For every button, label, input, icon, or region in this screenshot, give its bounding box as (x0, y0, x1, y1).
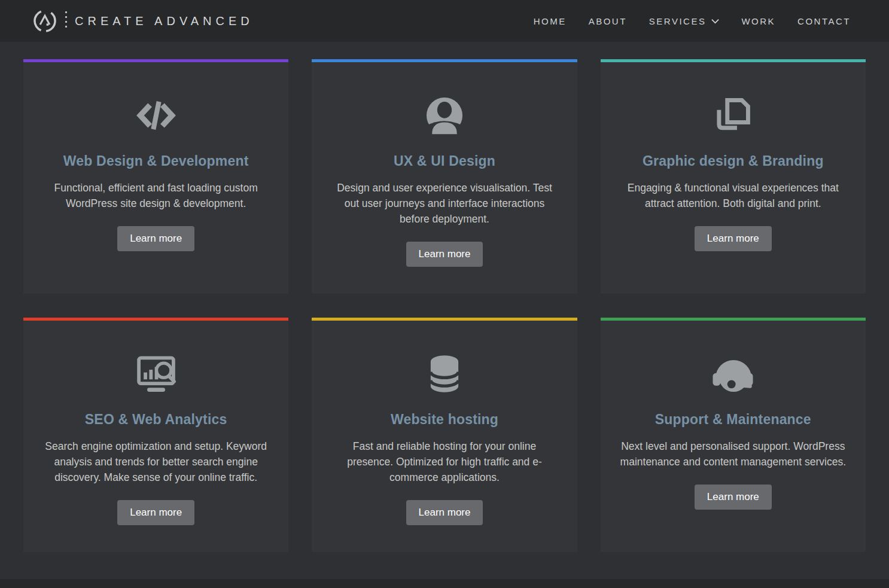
circle-a-logo-icon (32, 8, 57, 33)
top-nav: CREATE ADVANCED HOME ABOUT SERVICES WORK… (0, 0, 889, 42)
seo-analytics-icon (134, 352, 178, 396)
card-title: SEO & Web Analytics (85, 412, 227, 428)
service-card-web-design: Web Design & Development Functional, eff… (23, 59, 288, 294)
logo-divider-dots (65, 11, 67, 31)
card-accent-bar (312, 318, 577, 321)
next-section-edge (0, 579, 889, 588)
nav-item-contact[interactable]: CONTACT (797, 16, 851, 26)
service-card-hosting: Website hosting Fast and reliable hostin… (312, 318, 577, 552)
brand-name: CREATE ADVANCED (75, 14, 254, 28)
main-navigation: HOME ABOUT SERVICES WORK CONTACT (534, 16, 851, 26)
nav-label: WORK (741, 16, 775, 26)
card-title: Website hosting (391, 412, 498, 428)
code-icon (134, 93, 178, 138)
brand-logo[interactable]: CREATE ADVANCED (32, 8, 254, 33)
learn-more-button[interactable]: Learn more (695, 226, 772, 251)
card-title: Support & Maintenance (655, 412, 811, 428)
nav-item-services[interactable]: SERVICES (649, 16, 720, 26)
card-description: Search engine optimization and setup. Ke… (40, 438, 272, 485)
card-description: Next level and personalised support. Wor… (617, 438, 849, 470)
card-accent-bar (23, 318, 288, 321)
nav-item-work[interactable]: WORK (741, 16, 775, 26)
nav-label: ABOUT (589, 16, 627, 26)
learn-more-button[interactable]: Learn more (406, 242, 483, 267)
learn-more-button[interactable]: Learn more (406, 500, 483, 525)
service-card-ux-ui: UX & UI Design Design and user experienc… (312, 59, 577, 294)
services-grid: Web Design & Development Functional, eff… (0, 42, 889, 552)
service-card-graphic-design: Graphic design & Branding Engaging & fun… (601, 59, 866, 294)
learn-more-button[interactable]: Learn more (117, 226, 194, 251)
user-icon (422, 93, 467, 138)
nav-label: HOME (534, 16, 567, 26)
card-description: Fast and reliable hosting for your onlin… (328, 438, 560, 485)
headset-icon (711, 352, 755, 396)
nav-item-home[interactable]: HOME (534, 16, 567, 26)
card-accent-bar (312, 59, 577, 62)
card-accent-bar (23, 59, 288, 62)
nav-label: CONTACT (797, 16, 851, 26)
service-card-seo: SEO & Web Analytics Search engine optimi… (23, 318, 288, 552)
card-description: Design and user experience visualisation… (328, 180, 560, 227)
chevron-down-icon (711, 19, 719, 24)
learn-more-button[interactable]: Learn more (117, 500, 194, 525)
card-accent-bar (601, 318, 866, 321)
card-title: UX & UI Design (394, 153, 495, 169)
database-icon (422, 352, 467, 396)
nav-item-about[interactable]: ABOUT (589, 16, 627, 26)
card-title: Graphic design & Branding (643, 153, 824, 169)
card-description: Engaging & functional visual experiences… (617, 180, 849, 211)
card-title: Web Design & Development (63, 153, 249, 169)
card-accent-bar (601, 59, 866, 62)
layers-icon (711, 93, 755, 138)
service-card-support: Support & Maintenance Next level and per… (601, 318, 866, 552)
card-description: Functional, efficient and fast loading c… (40, 180, 272, 211)
learn-more-button[interactable]: Learn more (695, 485, 772, 510)
nav-label: SERVICES (649, 16, 707, 26)
